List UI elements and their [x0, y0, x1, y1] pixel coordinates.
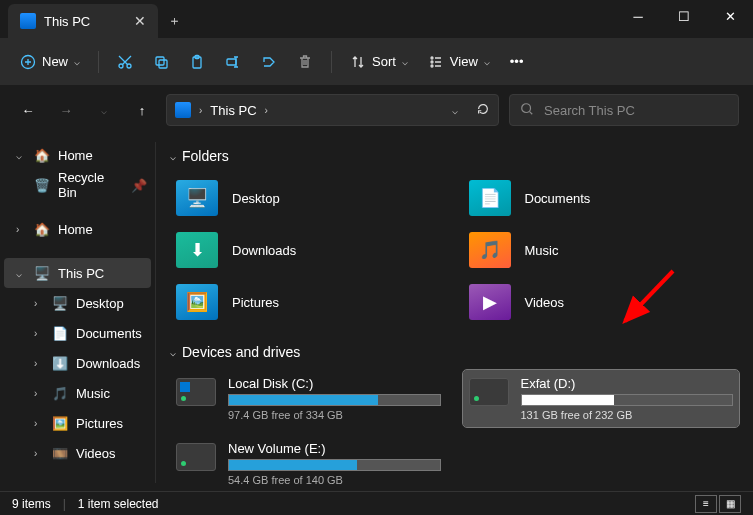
svg-point-8 — [431, 57, 433, 59]
drive-free-text: 131 GB free of 232 GB — [521, 409, 734, 421]
folder-icon: 🖥️ — [176, 180, 218, 216]
sort-icon — [350, 54, 366, 70]
folder-icon: 🖼️ — [176, 284, 218, 320]
refresh-button[interactable] — [476, 102, 490, 119]
drive-icon — [469, 378, 509, 406]
folder-icon: ▶ — [469, 284, 511, 320]
paste-icon — [189, 54, 205, 70]
this-pc-icon: 🖥️ — [34, 265, 50, 281]
section-folders[interactable]: ⌵Folders — [170, 148, 739, 164]
chevron-down-icon[interactable]: ⌵ — [452, 105, 458, 116]
share-icon — [261, 54, 277, 70]
sidebar-item-recycle-bin[interactable]: 🗑️Recycle Bin📌 — [0, 170, 155, 200]
sidebar-item-desktop[interactable]: ›🖥️Desktop — [0, 288, 155, 318]
documents-icon: 📄 — [52, 325, 68, 341]
drive-free-text: 54.4 GB free of 140 GB — [228, 474, 441, 486]
folder-label: Pictures — [232, 295, 279, 310]
rename-button[interactable] — [217, 46, 249, 78]
this-pc-icon — [20, 13, 36, 29]
sidebar-item-home-2[interactable]: ›🏠Home — [0, 214, 155, 244]
window-controls: ─ ☐ ✕ — [615, 0, 753, 32]
svg-rect-4 — [159, 60, 167, 68]
drive-icon — [176, 443, 216, 471]
folder-music[interactable]: 🎵Music — [463, 226, 740, 274]
folder-desktop[interactable]: 🖥️Desktop — [170, 174, 447, 222]
sidebar-item-pictures[interactable]: ›🖼️Pictures — [0, 408, 155, 438]
more-button[interactable]: ••• — [502, 46, 532, 78]
sidebar: ⌵🏠Home 🗑️Recycle Bin📌 ›🏠Home ⌵🖥️This PC … — [0, 134, 155, 491]
svg-point-1 — [119, 64, 123, 68]
desktop-icon: 🖥️ — [52, 295, 68, 311]
status-bar: 9 items | 1 item selected ≡ ▦ — [0, 491, 753, 515]
sidebar-item-music[interactable]: ›🎵Music — [0, 378, 155, 408]
drive-new-volume-e-[interactable]: New Volume (E:) 54.4 GB free of 140 GB — [170, 435, 447, 491]
view-button[interactable]: View ⌵ — [420, 46, 498, 78]
copy-button[interactable] — [145, 46, 177, 78]
sort-button[interactable]: Sort ⌵ — [342, 46, 416, 78]
folder-label: Videos — [525, 295, 565, 310]
drive-label: Local Disk (C:) — [228, 376, 441, 391]
pictures-icon: 🖼️ — [52, 415, 68, 431]
back-button[interactable]: ← — [14, 96, 42, 124]
minimize-button[interactable]: ─ — [615, 0, 661, 32]
section-drives[interactable]: ⌵Devices and drives — [170, 344, 739, 360]
svg-point-9 — [431, 61, 433, 63]
tiles-view-button[interactable]: ▦ — [719, 495, 741, 513]
svg-rect-3 — [156, 57, 164, 65]
search-input[interactable] — [544, 103, 728, 118]
ellipsis-icon: ••• — [510, 54, 524, 69]
folder-pictures[interactable]: 🖼️Pictures — [170, 278, 447, 326]
share-button[interactable] — [253, 46, 285, 78]
folder-documents[interactable]: 📄Documents — [463, 174, 740, 222]
titlebar: This PC ✕ ＋ ─ ☐ ✕ — [0, 0, 753, 38]
folder-downloads[interactable]: ⬇Downloads — [170, 226, 447, 274]
status-items: 9 items — [12, 497, 51, 511]
close-window-button[interactable]: ✕ — [707, 0, 753, 32]
new-tab-button[interactable]: ＋ — [158, 4, 190, 38]
drive-exfat-d-[interactable]: Exfat (D:) 131 GB free of 232 GB — [463, 370, 740, 427]
search-box[interactable] — [509, 94, 739, 126]
view-icon — [428, 54, 444, 70]
delete-button[interactable] — [289, 46, 321, 78]
sidebar-item-home[interactable]: ⌵🏠Home — [0, 140, 155, 170]
folder-label: Desktop — [232, 191, 280, 206]
recent-button[interactable]: ⌵ — [90, 96, 118, 124]
close-icon[interactable]: ✕ — [134, 13, 146, 29]
content-pane: ⌵Folders 🖥️Desktop📄Documents⬇Downloads🎵M… — [156, 134, 753, 491]
folder-videos[interactable]: ▶Videos — [463, 278, 740, 326]
cut-icon — [117, 54, 133, 70]
maximize-button[interactable]: ☐ — [661, 0, 707, 32]
drive-free-text: 97.4 GB free of 334 GB — [228, 409, 441, 421]
nav-row: ← → ⌵ ↑ › This PC › ⌵ — [0, 86, 753, 134]
folder-label: Downloads — [232, 243, 296, 258]
drive-usage-bar — [228, 459, 441, 471]
breadcrumb-item[interactable]: This PC — [210, 103, 256, 118]
sidebar-item-documents[interactable]: ›📄Documents — [0, 318, 155, 348]
copy-icon — [153, 54, 169, 70]
plus-circle-icon — [20, 54, 36, 70]
videos-icon: 🎞️ — [52, 445, 68, 461]
sidebar-item-videos[interactable]: ›🎞️Videos — [0, 438, 155, 468]
this-pc-icon — [175, 102, 191, 118]
new-button[interactable]: New ⌵ — [12, 46, 88, 78]
sidebar-item-this-pc[interactable]: ⌵🖥️This PC — [4, 258, 151, 288]
forward-button[interactable]: → — [52, 96, 80, 124]
up-button[interactable]: ↑ — [128, 96, 156, 124]
folder-label: Music — [525, 243, 559, 258]
chevron-down-icon: ⌵ — [484, 56, 490, 67]
folder-icon: ⬇ — [176, 232, 218, 268]
chevron-down-icon: ⌵ — [74, 56, 80, 67]
tab-this-pc[interactable]: This PC ✕ — [8, 4, 158, 38]
downloads-icon: ⬇️ — [52, 355, 68, 371]
rename-icon — [225, 54, 241, 70]
chevron-down-icon: ⌵ — [402, 56, 408, 67]
drive-usage-bar — [228, 394, 441, 406]
toolbar: New ⌵ Sort ⌵ View ⌵ ••• — [0, 38, 753, 86]
details-view-button[interactable]: ≡ — [695, 495, 717, 513]
sidebar-item-downloads[interactable]: ›⬇️Downloads — [0, 348, 155, 378]
drive-local-disk-c-[interactable]: Local Disk (C:) 97.4 GB free of 334 GB — [170, 370, 447, 427]
drive-icon — [176, 378, 216, 406]
cut-button[interactable] — [109, 46, 141, 78]
breadcrumb[interactable]: › This PC › ⌵ — [166, 94, 499, 126]
paste-button[interactable] — [181, 46, 213, 78]
